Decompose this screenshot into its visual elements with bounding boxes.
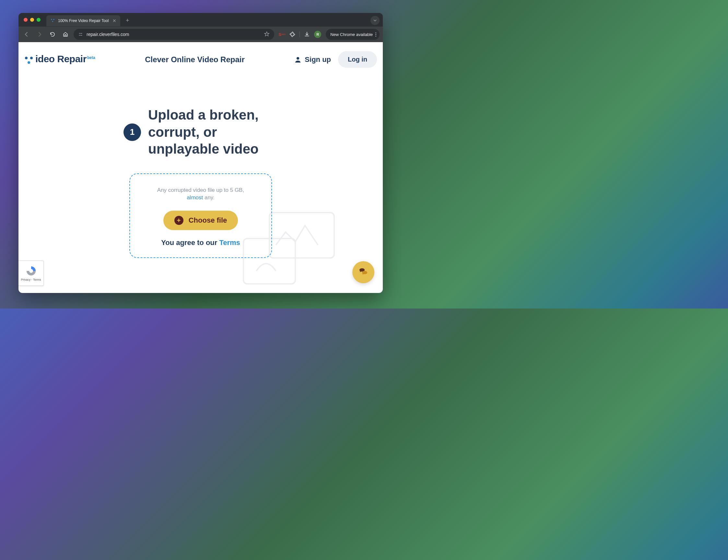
minimize-window-button[interactable]: [30, 18, 34, 22]
url-text: repair.cleverfiles.com: [87, 32, 261, 37]
site-header: ideo Repair beta Clever Online Video Rep…: [18, 42, 383, 68]
reload-button[interactable]: [48, 29, 57, 39]
close-window-button[interactable]: [24, 18, 28, 22]
browser-tab[interactable]: 100% Free Video Repair Tool ✕: [46, 15, 120, 26]
chat-icon: [358, 267, 369, 278]
maximize-window-button[interactable]: [37, 18, 41, 22]
forward-button[interactable]: [35, 29, 44, 39]
svg-point-8: [30, 57, 33, 59]
svg-point-0: [51, 19, 52, 20]
chat-fab-button[interactable]: [352, 261, 374, 283]
svg-point-5: [79, 35, 80, 36]
svg-point-7: [25, 57, 28, 59]
svg-point-3: [79, 33, 80, 34]
recaptcha-badge[interactable]: Privacy - Terms: [18, 261, 44, 286]
terms-row: You agree to our Terms: [140, 239, 262, 247]
recaptcha-sep: -: [30, 278, 33, 281]
svg-rect-6: [80, 35, 82, 36]
home-button[interactable]: [61, 29, 70, 39]
seo-extension-icon[interactable]: SSEO: [279, 31, 285, 38]
step-title: Upload a broken, corrupt, or unplayable …: [148, 107, 278, 158]
upload-description: Any corrupted video file up to 5 GB, alm…: [140, 186, 262, 202]
site-logo[interactable]: ideo Repair beta: [24, 53, 95, 66]
main-area: 1 Upload a broken, corrupt, or unplayabl…: [18, 68, 383, 258]
svg-point-9: [28, 61, 30, 64]
recaptcha-text: Privacy - Terms: [21, 278, 41, 281]
svg-point-1: [53, 19, 54, 20]
tab-bar: 100% Free Video Repair Tool ✕ +: [18, 13, 383, 27]
svg-point-2: [52, 21, 53, 22]
browser-window: 100% Free Video Repair Tool ✕ + repair.c…: [18, 13, 383, 293]
new-tab-button[interactable]: +: [123, 16, 132, 25]
choose-file-label: Choose file: [189, 216, 227, 225]
chrome-update-button[interactable]: New Chrome available: [326, 29, 380, 40]
menu-kebab-icon[interactable]: [375, 32, 376, 37]
terms-prefix: You agree to our: [161, 239, 219, 247]
signup-link[interactable]: Sign up: [294, 55, 331, 64]
choose-file-button[interactable]: + Choose file: [163, 211, 238, 230]
site-tagline: Clever Online Video Repair: [145, 55, 245, 64]
svg-rect-11: [269, 213, 334, 258]
extensions-puzzle-icon[interactable]: [289, 31, 296, 38]
downloads-icon[interactable]: [304, 31, 310, 38]
recaptcha-terms-link[interactable]: Terms: [33, 278, 41, 281]
signup-label: Sign up: [305, 55, 331, 64]
tabs-dropdown-button[interactable]: [370, 16, 380, 25]
extensions-area: SSEO R: [277, 31, 323, 38]
browser-toolbar: repair.cleverfiles.com SSEO R New Chrome…: [18, 27, 383, 42]
site-info-icon[interactable]: [78, 32, 83, 37]
toolbar-divider: [299, 31, 300, 37]
tab-title: 100% Free Video Repair Tool: [58, 18, 109, 23]
tab-favicon-icon: [50, 18, 55, 23]
address-bar[interactable]: repair.cleverfiles.com: [74, 29, 274, 40]
bookmark-star-icon[interactable]: [264, 31, 270, 38]
recaptcha-privacy-link[interactable]: Privacy: [21, 278, 31, 281]
logo-dots-icon: [24, 56, 36, 66]
plus-icon: +: [174, 216, 183, 225]
page-content: ideo Repair beta Clever Online Video Rep…: [18, 42, 383, 293]
profile-button[interactable]: R: [314, 31, 321, 38]
close-tab-button[interactable]: ✕: [112, 18, 116, 23]
svg-rect-4: [80, 33, 82, 34]
chrome-update-label: New Chrome available: [330, 32, 373, 37]
step-row: 1 Upload a broken, corrupt, or unplayabl…: [71, 107, 330, 158]
upload-dropzone[interactable]: Any corrupted video file up to 5 GB, alm…: [129, 173, 272, 258]
terms-link[interactable]: Terms: [219, 239, 240, 247]
upload-desc-line1: Any corrupted video file up to 5 GB,: [157, 187, 244, 193]
user-icon: [294, 56, 301, 63]
login-button[interactable]: Log in: [338, 51, 377, 68]
almost-link[interactable]: almost: [187, 194, 203, 201]
header-right: Sign up Log in: [294, 51, 377, 68]
back-button[interactable]: [22, 29, 31, 39]
upload-desc-suffix: any.: [203, 194, 215, 201]
login-label: Log in: [348, 56, 367, 63]
logo-beta-label: beta: [87, 55, 95, 60]
recaptcha-icon: [25, 265, 37, 277]
window-controls: [22, 18, 41, 22]
step-number-badge: 1: [123, 123, 141, 141]
logo-text: ideo Repair: [35, 53, 87, 64]
svg-point-10: [297, 57, 299, 60]
